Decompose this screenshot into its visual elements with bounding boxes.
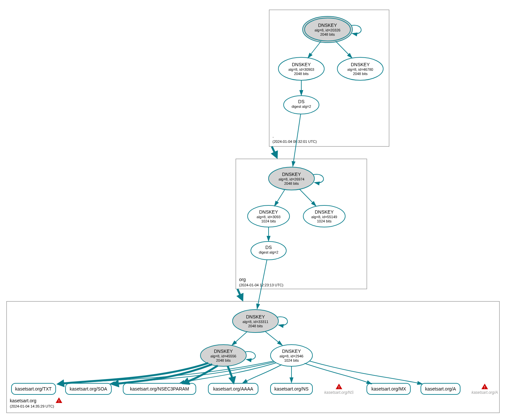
org-zsk2-node: DNSKEY alg=8, id=55149 1024 bits (303, 205, 345, 227)
root-ksk-node: DNSKEY alg=8, id=20326 2048 bits (303, 16, 352, 43)
svg-text:kasetsart.org/NSEC3PARAM: kasetsart.org/NSEC3PARAM (130, 386, 189, 391)
svg-text:alg=8, id=26974: alg=8, id=26974 (279, 177, 305, 181)
root-ds-node: DS digest alg=2 (284, 96, 319, 114)
delegation-edge (237, 289, 242, 300)
warning-icon (336, 384, 342, 389)
svg-text:2048 bits: 2048 bits (353, 72, 368, 76)
svg-text:DNSKEY: DNSKEY (318, 23, 337, 28)
svg-text:DS: DS (265, 245, 272, 250)
svg-text:kasetsart.org/A: kasetsart.org/A (425, 386, 456, 391)
self-loop (245, 352, 255, 360)
zone-org-ts: (2024-01-04 12:23:13 UTC) (239, 283, 283, 287)
svg-text:alg=8, id=46780: alg=8, id=46780 (347, 67, 373, 71)
rrset-a-placeholder: kasetsart.org/A (472, 390, 498, 395)
svg-text:kasetsart.org/AAAA: kasetsart.org/AAAA (213, 386, 253, 391)
svg-text:DNSKEY: DNSKEY (282, 349, 301, 354)
root-zsk2-node: DNSKEY alg=8, id=46780 2048 bits (337, 57, 383, 80)
svg-text:2048 bits: 2048 bits (248, 324, 263, 328)
svg-text:alg=8, id=3093: alg=8, id=3093 (257, 215, 281, 219)
org-ds-node: DS digest alg=2 (251, 241, 286, 260)
svg-text:DNSKEY: DNSKEY (292, 62, 311, 67)
svg-text:digest alg=2: digest alg=2 (259, 250, 278, 254)
svg-text:2048 bits: 2048 bits (320, 32, 335, 36)
rrset-ns-placeholder: kasetsart.org/NS (324, 390, 353, 395)
svg-text:kasetsart.org/MX: kasetsart.org/MX (371, 386, 406, 391)
root-zsk1-node: DNSKEY alg=8, id=30903 2048 bits (278, 57, 324, 80)
svg-text:DNSKEY: DNSKEY (282, 172, 301, 177)
rrset-mx: kasetsart.org/MX (367, 383, 410, 394)
edge (309, 361, 422, 384)
svg-text:kasetsart.org/SOA: kasetsart.org/SOA (70, 386, 107, 391)
edge (308, 41, 321, 58)
svg-text:DNSKEY: DNSKEY (315, 209, 334, 215)
rrset-ns: kasetsart.org/NS (271, 383, 312, 394)
svg-text:1024 bits: 1024 bits (317, 219, 332, 223)
svg-text:alg=8, id=33311: alg=8, id=33311 (243, 320, 269, 324)
edge (232, 332, 247, 345)
rrset-soa: kasetsart.org/SOA (66, 383, 111, 394)
warning-icon (481, 384, 488, 389)
zone-root-label: . (272, 133, 274, 139)
zone-org-label: org (239, 277, 246, 282)
zone-domain-label: kasetsart.org (10, 398, 36, 403)
rrset-a: kasetsart.org/A (421, 383, 460, 394)
rrset-aaaa: kasetsart.org/AAAA (208, 383, 258, 394)
zone-domain-ts: (2024-01-04 14:35:29 UTC) (10, 404, 54, 408)
edge (300, 189, 316, 206)
svg-text:alg=8, id=45556: alg=8, id=45556 (211, 354, 236, 358)
svg-text:2048 bits: 2048 bits (284, 181, 299, 185)
svg-text:DNSKEY: DNSKEY (214, 349, 233, 354)
edge (305, 363, 372, 384)
svg-text:DNSKEY: DNSKEY (246, 314, 265, 319)
svg-text:DNSKEY: DNSKEY (351, 62, 370, 67)
svg-text:2048 bits: 2048 bits (294, 72, 309, 76)
org-zsk1-node: DNSKEY alg=8, id=3093 1024 bits (248, 205, 290, 227)
zone-root-ts: (2024-01-04 08:32:01 UTC) (272, 140, 317, 143)
svg-text:alg=8, id=55149: alg=8, id=55149 (311, 215, 337, 219)
svg-text:1024 bits: 1024 bits (261, 219, 276, 223)
org-ksk-node: DNSKEY alg=8, id=26974 2048 bits (269, 167, 314, 190)
delegation-edge (272, 146, 277, 157)
svg-text:DS: DS (298, 99, 304, 104)
edge (265, 332, 282, 345)
svg-text:alg=8, id=20326: alg=8, id=20326 (315, 28, 341, 32)
self-loop (313, 174, 324, 183)
domain-zsk2-node: DNSKEY alg=8, id=2946 1024 bits (271, 345, 312, 366)
svg-text:DNSKEY: DNSKEY (259, 209, 278, 215)
svg-text:1024 bits: 1024 bits (284, 358, 299, 362)
edge (274, 189, 285, 206)
rrset-txt: kasetsart.org/TXT (11, 383, 56, 394)
self-loop (277, 317, 288, 325)
rrset-nsec3param: kasetsart.org/NSEC3PARAM (123, 383, 196, 394)
edge (336, 41, 352, 58)
svg-text:alg=8, id=2946: alg=8, id=2946 (280, 354, 304, 358)
warning-icon (56, 397, 62, 403)
domain-ksk-node: DNSKEY alg=8, id=33311 2048 bits (233, 310, 278, 333)
svg-text:digest alg=2: digest alg=2 (291, 105, 311, 108)
svg-text:kasetsart.org/NS: kasetsart.org/NS (274, 386, 309, 391)
svg-text:alg=8, id=30903: alg=8, id=30903 (289, 67, 314, 71)
svg-text:2048 bits: 2048 bits (216, 358, 231, 362)
svg-text:kasetsart.org/TXT: kasetsart.org/TXT (15, 386, 52, 391)
